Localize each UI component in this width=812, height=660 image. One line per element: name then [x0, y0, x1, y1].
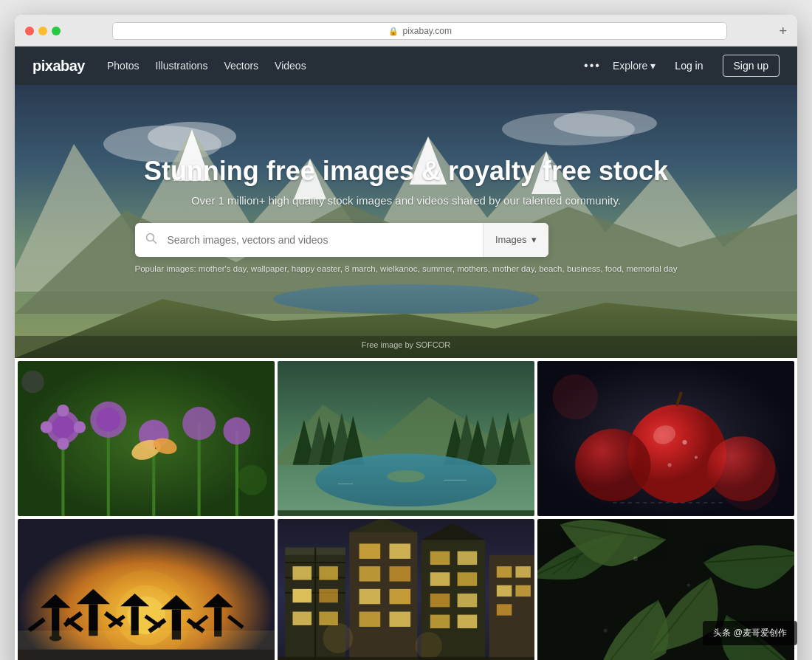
- lock-icon: 🔒: [388, 27, 399, 36]
- svg-rect-116: [389, 589, 410, 604]
- svg-point-32: [223, 417, 250, 444]
- svg-rect-118: [389, 612, 410, 627]
- photo-apples: [537, 361, 794, 516]
- search-type-dropdown[interactable]: Images ▾: [483, 223, 548, 257]
- svg-point-11: [273, 284, 539, 314]
- svg-rect-114: [389, 566, 410, 581]
- svg-point-29: [96, 408, 120, 432]
- nav-illustrations[interactable]: Illustrations: [156, 60, 208, 72]
- nav-vectors[interactable]: Vectors: [224, 60, 258, 72]
- photo-lake: [278, 361, 534, 516]
- search-bar: Images ▾: [135, 223, 548, 257]
- svg-rect-127: [430, 615, 450, 628]
- svg-point-67: [707, 436, 775, 501]
- photo-grid: [15, 358, 797, 660]
- svg-point-135: [323, 623, 353, 653]
- svg-rect-123: [430, 572, 450, 585]
- svg-point-66: [575, 429, 650, 501]
- minimize-button[interactable]: [38, 27, 47, 35]
- photo-workers: [18, 519, 275, 660]
- svg-rect-122: [458, 551, 478, 565]
- svg-rect-131: [515, 566, 530, 577]
- maximize-button[interactable]: [52, 27, 61, 35]
- nav-photos[interactable]: Photos: [107, 60, 140, 72]
- search-icon: [135, 233, 168, 247]
- url-text: pixabay.com: [403, 26, 452, 36]
- svg-rect-130: [497, 566, 512, 577]
- close-button[interactable]: [25, 27, 34, 35]
- browser-window: 🔒 pixabay.com + pixabay Photos Illustrat…: [15, 15, 797, 660]
- svg-rect-137: [278, 657, 534, 660]
- grid-item-apples[interactable]: [537, 361, 794, 516]
- chevron-down-icon: ▾: [650, 60, 656, 72]
- svg-point-52: [387, 470, 424, 482]
- nav-videos[interactable]: Videos: [275, 60, 306, 72]
- svg-line-15: [153, 240, 156, 243]
- svg-rect-133: [515, 585, 530, 597]
- nav-right: ••• Explore ▾ Log in Sign up: [584, 55, 780, 77]
- logo[interactable]: pixabay: [32, 58, 85, 75]
- grid-item-buildings[interactable]: [278, 519, 534, 660]
- svg-rect-126: [458, 594, 478, 607]
- svg-rect-121: [430, 551, 450, 565]
- svg-point-36: [21, 371, 44, 393]
- grid-row-2: [18, 519, 794, 660]
- svg-point-26: [41, 421, 52, 433]
- svg-rect-112: [389, 543, 410, 558]
- photo-flowers: [18, 361, 275, 516]
- more-options[interactable]: •••: [584, 59, 601, 72]
- svg-point-64: [668, 463, 672, 467]
- svg-point-23: [52, 416, 75, 439]
- svg-rect-132: [497, 585, 512, 597]
- grid-item-lake[interactable]: [278, 361, 534, 516]
- signup-button[interactable]: Sign up: [723, 55, 780, 77]
- svg-rect-105: [292, 589, 312, 602]
- svg-rect-104: [319, 566, 338, 580]
- explore-menu[interactable]: Explore ▾: [613, 60, 656, 72]
- svg-rect-107: [292, 612, 312, 625]
- site-wrapper: pixabay Photos Illustrations Vectors Vid…: [15, 47, 797, 660]
- nav-links: Photos Illustrations Vectors Videos: [107, 59, 306, 72]
- traffic-lights: [25, 27, 61, 35]
- address-bar[interactable]: 🔒 pixabay.com: [112, 22, 727, 40]
- hero-section: Stunning free images & royalty free stoc…: [15, 85, 797, 358]
- popular-tags: Popular images: mother's day, wallpaper,…: [135, 264, 678, 273]
- svg-rect-117: [359, 612, 381, 627]
- svg-rect-134: [497, 604, 512, 615]
- grid-row-1: [18, 361, 794, 516]
- browser-chrome: 🔒 pixabay.com +: [15, 15, 797, 47]
- svg-point-148: [687, 584, 690, 587]
- svg-point-27: [74, 421, 86, 433]
- svg-point-62: [683, 440, 687, 444]
- navbar: pixabay Photos Illustrations Vectors Vid…: [15, 47, 797, 85]
- photo-buildings: [278, 519, 534, 660]
- grid-item-flowers[interactable]: [18, 361, 275, 516]
- search-input[interactable]: [168, 234, 483, 246]
- grid-item-workers[interactable]: [18, 519, 275, 660]
- svg-rect-115: [359, 589, 381, 604]
- chevron-down-icon: ▾: [531, 234, 537, 245]
- svg-point-136: [415, 632, 442, 659]
- svg-rect-95: [18, 630, 275, 660]
- svg-point-25: [57, 438, 69, 450]
- svg-point-4: [554, 110, 657, 137]
- svg-point-37: [237, 465, 267, 495]
- hero-credit: Free image by SOFCOR: [362, 340, 450, 349]
- hero-subtitle: Over 1 million+ high quality stock image…: [135, 194, 678, 207]
- svg-rect-128: [458, 615, 478, 628]
- svg-rect-108: [319, 612, 338, 625]
- svg-marker-55: [278, 510, 534, 516]
- svg-rect-111: [359, 543, 381, 558]
- hero-content: Stunning free images & royalty free stoc…: [120, 156, 692, 273]
- svg-point-147: [633, 557, 638, 561]
- hero-title: Stunning free images & royalty free stoc…: [135, 156, 678, 187]
- svg-point-24: [57, 405, 69, 416]
- new-tab-button[interactable]: +: [779, 24, 787, 39]
- svg-rect-106: [319, 589, 338, 602]
- svg-point-57: [552, 374, 597, 419]
- svg-rect-113: [359, 566, 381, 581]
- watermark: 头条 @麦哥爱创作: [703, 621, 797, 645]
- svg-rect-125: [430, 594, 450, 607]
- login-button[interactable]: Log in: [667, 55, 710, 76]
- svg-point-63: [695, 456, 698, 459]
